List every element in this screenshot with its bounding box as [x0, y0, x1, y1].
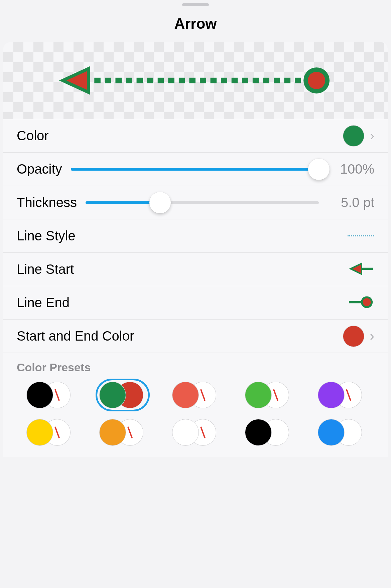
line-end-row[interactable]: Line End	[3, 286, 388, 319]
line-end-circle-icon	[348, 294, 374, 312]
thickness-row: Thickness 5.0 pt	[3, 186, 388, 219]
thickness-label: Thickness	[17, 195, 77, 210]
chevron-right-icon: ›	[370, 329, 374, 344]
no-color-icon	[54, 426, 60, 438]
arrow-preview	[3, 42, 388, 119]
no-color-icon	[54, 389, 60, 401]
chevron-right-icon: ›	[370, 128, 374, 143]
color-preset[interactable]	[305, 381, 378, 409]
line-style-label: Line Style	[17, 228, 76, 243]
color-preset[interactable]	[159, 418, 232, 447]
color-presets-grid	[3, 377, 388, 457]
line-style-row[interactable]: Line Style	[3, 219, 388, 252]
color-preset[interactable]	[86, 381, 159, 409]
opacity-label: Opacity	[17, 162, 62, 177]
preset-primary-swatch	[318, 382, 344, 408]
preset-primary-swatch	[100, 419, 126, 445]
no-color-icon	[346, 389, 351, 401]
panel-title: Arrow	[0, 6, 391, 42]
svg-point-10	[363, 298, 371, 306]
preset-primary-swatch	[27, 419, 53, 445]
preset-primary-swatch	[27, 382, 53, 408]
no-color-icon	[200, 426, 206, 438]
svg-point-4	[308, 72, 325, 89]
line-end-label: Line End	[17, 295, 70, 310]
color-presets-header: Color Presets	[3, 353, 388, 377]
preset-primary-swatch	[100, 382, 126, 408]
color-preset[interactable]	[232, 418, 305, 447]
no-color-icon	[127, 426, 133, 438]
start-end-color-row[interactable]: Start and End Color ›	[3, 319, 388, 353]
color-preset[interactable]	[13, 418, 86, 447]
thickness-slider[interactable]	[86, 196, 319, 209]
color-preset[interactable]	[159, 381, 232, 409]
line-start-row[interactable]: Line Start	[3, 252, 388, 286]
opacity-value: 100%	[328, 162, 374, 177]
thickness-value: 5.0 pt	[328, 195, 374, 210]
preset-primary-swatch	[318, 419, 344, 445]
start-end-color-label: Start and End Color	[17, 329, 134, 344]
no-color-icon	[273, 389, 278, 401]
arrow-settings-panel: Color › Opacity 100% Thickness 5.0 pt	[3, 42, 388, 457]
color-preset[interactable]	[86, 418, 159, 447]
opacity-slider[interactable]	[71, 163, 319, 176]
color-swatch	[343, 126, 364, 146]
color-preset[interactable]	[305, 418, 378, 447]
color-row[interactable]: Color ›	[3, 119, 388, 152]
preset-primary-swatch	[172, 419, 199, 445]
color-preset[interactable]	[232, 381, 305, 409]
no-color-icon	[200, 389, 206, 401]
sheet-grabber[interactable]	[182, 3, 209, 6]
opacity-row: Opacity 100%	[3, 152, 388, 186]
preset-primary-swatch	[172, 382, 199, 408]
preset-primary-swatch	[245, 382, 271, 408]
color-label: Color	[17, 128, 49, 143]
line-start-arrowhead-icon	[348, 261, 374, 278]
start-end-color-swatch	[343, 326, 364, 347]
color-preset[interactable]	[13, 381, 86, 409]
line-start-label: Line Start	[17, 262, 74, 277]
preset-primary-swatch	[245, 419, 271, 445]
line-style-dotted-icon	[348, 235, 374, 237]
